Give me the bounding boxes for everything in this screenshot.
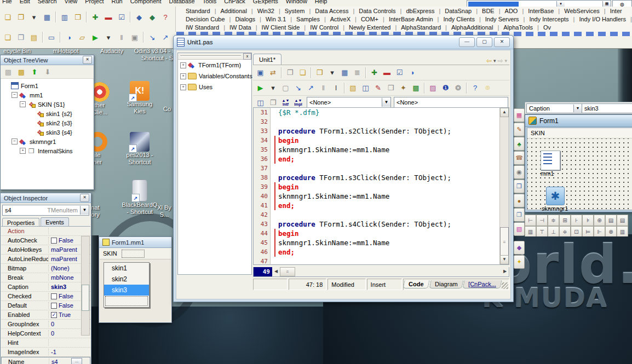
colors-tool-icon[interactable]: ▧ — [514, 222, 525, 236]
align-right-edges-icon[interactable]: ⊣ — [536, 215, 548, 226]
vertical-scrollbar[interactable]: ▲ ≡ ▼ — [499, 108, 509, 264]
explorer-icon[interactable]: ▧ — [347, 82, 359, 94]
gears-icon[interactable]: ❂ — [452, 82, 464, 94]
implementation-combo[interactable]: <None> — [394, 97, 508, 108]
code-text[interactable]: {$R *.dfm}procedure TForm1.s2Click(Sende… — [271, 108, 499, 264]
palette-tab-datasnap[interactable]: DataSnap — [440, 8, 476, 14]
explorer-item-variables-constants[interactable]: +Variables/Constants — [178, 71, 251, 82]
palette-tab-decision-cube[interactable]: Decision Cube — [181, 16, 229, 22]
palette-tab-samples[interactable]: Samples — [292, 16, 324, 22]
palette-tab-standard[interactable]: Standard — [181, 8, 215, 14]
program-reset-icon[interactable]: ▣ — [128, 31, 141, 44]
show-designer-icon[interactable]: ▣ — [254, 66, 267, 79]
chevron-down-icon[interactable]: ▼ — [573, 105, 582, 112]
menu-run[interactable]: Run — [111, 0, 122, 4]
palette-tab-iw-client-side[interactable]: IW Client Side — [257, 24, 304, 31]
window-gear-tool-icon[interactable]: ❒ — [514, 180, 525, 193]
palette-tab-system[interactable]: System — [280, 8, 309, 14]
space-equally-v-icon[interactable]: ⊨ — [582, 226, 594, 236]
align-left-edges-icon[interactable]: ⊢ — [525, 215, 536, 226]
palette-tab-bde[interactable]: BDE — [478, 8, 499, 14]
center-in-window-v-icon[interactable]: ⊗ — [605, 226, 617, 236]
form-grid[interactable]: mm1 ✱ sknmngr1 — [527, 138, 632, 210]
explorer-item-uses[interactable]: +Uses — [178, 82, 251, 93]
edit-code-icon[interactable]: ✎ — [372, 82, 384, 94]
scroll-up-icon[interactable]: ▲ — [500, 108, 509, 117]
palette-tab-alphastandard[interactable]: AlphaStandard — [397, 24, 445, 31]
form-menu-bar[interactable]: SKIN — [527, 128, 632, 138]
interface-combo[interactable]: <None>▼ — [307, 97, 391, 108]
mainmenu-component[interactable] — [541, 151, 560, 170]
cascade-windows-icon[interactable]: ❐ — [14, 31, 27, 44]
palette-tab-iw-standard[interactable]: IW Standard — [181, 24, 223, 31]
phone-tool-icon[interactable]: ☎ — [514, 151, 525, 165]
expand-icon[interactable]: + — [180, 62, 186, 68]
align-tops-icon[interactable]: ⊤ — [536, 226, 548, 236]
expand-icon[interactable]: − — [20, 101, 26, 107]
h-scrollbar-thumb[interactable]: ≡ — [280, 267, 295, 276]
center-in-window-h-icon[interactable]: ⊕ — [594, 215, 605, 226]
inspector-scrollbar[interactable] — [81, 236, 90, 336]
save-all-icon[interactable]: ▥ — [58, 10, 71, 24]
trace-into-icon[interactable]: ↘ — [146, 31, 159, 44]
component-tool-icon[interactable]: ◆ — [514, 241, 525, 255]
chevron-down-icon[interactable]: ▼ — [382, 98, 390, 107]
space-equally-v2-icon[interactable]: ⊩ — [594, 226, 605, 236]
navigate-back-icon[interactable]: ⇦ — [486, 57, 492, 65]
build-icon[interactable]: ≣ — [351, 66, 364, 79]
form-designer-titlebar[interactable]: Form1 — [525, 115, 632, 127]
view-form-icon[interactable]: ▱ — [76, 31, 89, 44]
save-icon[interactable]: ▦ — [41, 10, 54, 24]
menu-help[interactable]: Help — [315, 0, 328, 4]
help-index-icon[interactable]: ◆ — [146, 10, 159, 24]
palette-tab-ado[interactable]: ADO — [501, 8, 522, 14]
bottom-tab-diagram[interactable]: Diagram — [429, 280, 463, 288]
menu-view[interactable]: View — [65, 0, 78, 4]
close-icon[interactable]: x — [243, 53, 251, 60]
menu-gexperts[interactable]: GExperts — [253, 0, 278, 4]
treeview-item-mm1[interactable]: −mm1 — [1, 90, 93, 100]
palette-tab-alphaadditional[interactable]: AlphaAdditional — [447, 24, 497, 31]
palette-tab-newly-extented[interactable]: Newly Extented — [344, 24, 395, 31]
remove-file-icon[interactable]: ▬ — [381, 66, 393, 79]
palette-tab-ov[interactable]: Ov — [539, 24, 555, 31]
align-bottoms-icon[interactable]: ⊥ — [548, 226, 559, 236]
trace-into-icon[interactable]: ↘ — [292, 82, 304, 94]
step-over-icon[interactable]: ↗ — [304, 82, 317, 94]
run-dropdown-icon[interactable]: ▾ — [102, 31, 115, 44]
view-unit-icon[interactable]: ◑ — [62, 31, 76, 44]
expand-icon[interactable]: − — [12, 92, 18, 98]
scroll-right-icon[interactable]: ▶ — [501, 267, 509, 276]
run-dropdown-icon[interactable]: ▾ — [267, 82, 279, 94]
todo-list-icon[interactable]: ☑ — [393, 66, 406, 79]
expand-icon[interactable]: + — [20, 148, 26, 154]
format-source-icon[interactable]: ▨ — [427, 82, 439, 94]
menu-designer-titlebar[interactable]: Form1.mm1 — [99, 237, 171, 248]
window-list-icon[interactable]: ▭ — [45, 31, 58, 44]
explorer-grip[interactable] — [180, 55, 241, 57]
skinmanager-component[interactable]: ✱ — [546, 187, 565, 205]
explorer-item-tform1-tform-[interactable]: +TForm1(TForm) — [178, 60, 251, 71]
desktop-icon-xl-by[interactable]: Xl ByS... — [153, 204, 175, 218]
help-contents-icon[interactable]: ◆ — [133, 10, 146, 24]
copy-unit-icon[interactable]: ❒ — [384, 82, 397, 94]
close-icon[interactable]: ✕ — [494, 37, 510, 47]
run-icon[interactable]: ▶ — [254, 82, 267, 94]
new-page-icon[interactable]: ❏ — [296, 66, 309, 79]
navigate-forward-icon[interactable]: ⇨ — [497, 57, 503, 65]
empty-menu-slot[interactable] — [122, 250, 145, 258]
empty-menu-item-slot[interactable] — [105, 296, 148, 306]
palette-tab-indy-i-o-handlers[interactable]: Indy I/O Handlers — [574, 16, 630, 22]
align-to-grid-v-icon[interactable]: ⊡ — [571, 226, 582, 236]
remove-file-from-project-icon[interactable]: ▬ — [102, 10, 115, 24]
object-treeview-titlebar[interactable]: Object TreeView ✕ — [1, 55, 94, 65]
new-item-icon[interactable]: ▩ — [2, 65, 15, 78]
menu-file[interactable]: File — [2, 0, 12, 4]
menu-item-skin3[interactable]: skin3 — [104, 285, 149, 296]
ellipsis-button[interactable]: ... — [71, 358, 82, 364]
object-inspector-titlebar[interactable]: Object Inspector ✕ — [1, 193, 91, 203]
lock-tool-icon[interactable]: ◉ — [514, 165, 525, 179]
tree-tool-icon[interactable]: ♣ — [514, 137, 525, 151]
palette-tab-iw-control[interactable]: IW Control — [306, 24, 343, 31]
new-form-icon[interactable]: ❏ — [1, 31, 14, 44]
